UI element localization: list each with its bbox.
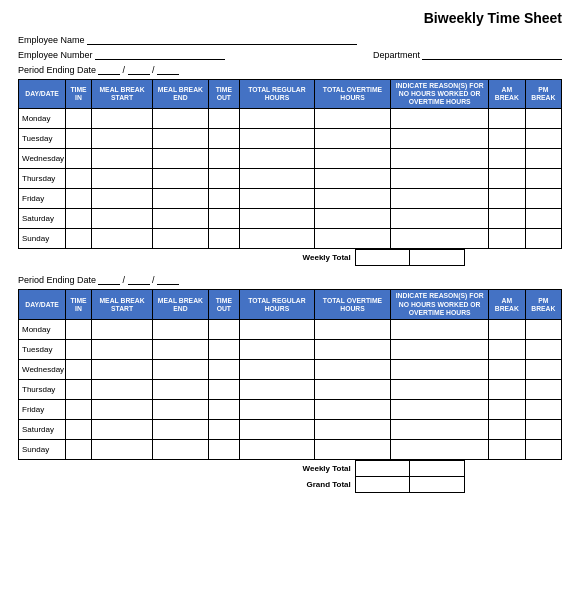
data-cell[interactable] xyxy=(391,189,489,209)
data-cell[interactable] xyxy=(391,169,489,189)
data-cell[interactable] xyxy=(314,149,391,169)
data-cell[interactable] xyxy=(208,189,240,209)
data-cell[interactable] xyxy=(240,149,315,169)
data-cell[interactable] xyxy=(153,209,208,229)
data-cell[interactable] xyxy=(208,319,240,339)
data-cell[interactable] xyxy=(66,439,92,459)
data-cell[interactable] xyxy=(314,419,391,439)
data-cell[interactable] xyxy=(208,169,240,189)
data-cell[interactable] xyxy=(208,419,240,439)
data-cell[interactable] xyxy=(525,439,561,459)
data-cell[interactable] xyxy=(208,379,240,399)
data-cell[interactable] xyxy=(314,359,391,379)
data-cell[interactable] xyxy=(489,189,526,209)
data-cell[interactable] xyxy=(489,209,526,229)
data-cell[interactable] xyxy=(153,109,208,129)
data-cell[interactable] xyxy=(153,339,208,359)
data-cell[interactable] xyxy=(91,169,152,189)
period-month-2[interactable] xyxy=(98,274,120,285)
period-year-2[interactable] xyxy=(157,274,179,285)
data-cell[interactable] xyxy=(391,339,489,359)
employee-number-field[interactable] xyxy=(95,49,225,60)
data-cell[interactable] xyxy=(391,149,489,169)
data-cell[interactable] xyxy=(391,379,489,399)
data-cell[interactable] xyxy=(240,189,315,209)
data-cell[interactable] xyxy=(525,359,561,379)
data-cell[interactable] xyxy=(314,439,391,459)
data-cell[interactable] xyxy=(153,379,208,399)
data-cell[interactable] xyxy=(208,229,240,249)
data-cell[interactable] xyxy=(525,379,561,399)
data-cell[interactable] xyxy=(208,109,240,129)
data-cell[interactable] xyxy=(525,229,561,249)
data-cell[interactable] xyxy=(489,129,526,149)
data-cell[interactable] xyxy=(208,209,240,229)
data-cell[interactable] xyxy=(91,129,152,149)
data-cell[interactable] xyxy=(314,209,391,229)
employee-name-field[interactable] xyxy=(87,34,357,45)
data-cell[interactable] xyxy=(208,439,240,459)
data-cell[interactable] xyxy=(91,209,152,229)
data-cell[interactable] xyxy=(391,129,489,149)
data-cell[interactable] xyxy=(240,359,315,379)
data-cell[interactable] xyxy=(489,359,526,379)
data-cell[interactable] xyxy=(489,319,526,339)
data-cell[interactable] xyxy=(525,419,561,439)
data-cell[interactable] xyxy=(240,379,315,399)
data-cell[interactable] xyxy=(66,339,92,359)
data-cell[interactable] xyxy=(525,339,561,359)
data-cell[interactable] xyxy=(208,359,240,379)
period-year-1[interactable] xyxy=(157,64,179,75)
data-cell[interactable] xyxy=(240,339,315,359)
data-cell[interactable] xyxy=(66,359,92,379)
data-cell[interactable] xyxy=(153,399,208,419)
data-cell[interactable] xyxy=(314,109,391,129)
data-cell[interactable] xyxy=(314,319,391,339)
data-cell[interactable] xyxy=(489,149,526,169)
data-cell[interactable] xyxy=(525,149,561,169)
data-cell[interactable] xyxy=(66,399,92,419)
data-cell[interactable] xyxy=(153,169,208,189)
data-cell[interactable] xyxy=(391,439,489,459)
data-cell[interactable] xyxy=(240,439,315,459)
data-cell[interactable] xyxy=(66,419,92,439)
data-cell[interactable] xyxy=(66,149,92,169)
data-cell[interactable] xyxy=(91,339,152,359)
data-cell[interactable] xyxy=(153,439,208,459)
data-cell[interactable] xyxy=(525,169,561,189)
data-cell[interactable] xyxy=(489,339,526,359)
grand-total-overtime[interactable] xyxy=(410,476,464,492)
data-cell[interactable] xyxy=(391,109,489,129)
data-cell[interactable] xyxy=(91,439,152,459)
data-cell[interactable] xyxy=(153,359,208,379)
data-cell[interactable] xyxy=(240,129,315,149)
weekly-total-overtime-1[interactable] xyxy=(410,250,464,266)
data-cell[interactable] xyxy=(153,149,208,169)
data-cell[interactable] xyxy=(91,229,152,249)
data-cell[interactable] xyxy=(91,399,152,419)
data-cell[interactable] xyxy=(489,229,526,249)
data-cell[interactable] xyxy=(66,209,92,229)
data-cell[interactable] xyxy=(153,419,208,439)
data-cell[interactable] xyxy=(240,319,315,339)
data-cell[interactable] xyxy=(91,379,152,399)
data-cell[interactable] xyxy=(208,129,240,149)
data-cell[interactable] xyxy=(66,379,92,399)
data-cell[interactable] xyxy=(153,319,208,339)
weekly-total-regular-1[interactable] xyxy=(355,250,409,266)
data-cell[interactable] xyxy=(391,229,489,249)
data-cell[interactable] xyxy=(525,209,561,229)
data-cell[interactable] xyxy=(314,129,391,149)
department-field[interactable] xyxy=(422,49,562,60)
data-cell[interactable] xyxy=(208,399,240,419)
data-cell[interactable] xyxy=(66,169,92,189)
data-cell[interactable] xyxy=(153,189,208,209)
data-cell[interactable] xyxy=(391,319,489,339)
data-cell[interactable] xyxy=(240,399,315,419)
data-cell[interactable] xyxy=(314,169,391,189)
data-cell[interactable] xyxy=(525,399,561,419)
data-cell[interactable] xyxy=(489,379,526,399)
data-cell[interactable] xyxy=(314,379,391,399)
data-cell[interactable] xyxy=(489,109,526,129)
data-cell[interactable] xyxy=(91,109,152,129)
